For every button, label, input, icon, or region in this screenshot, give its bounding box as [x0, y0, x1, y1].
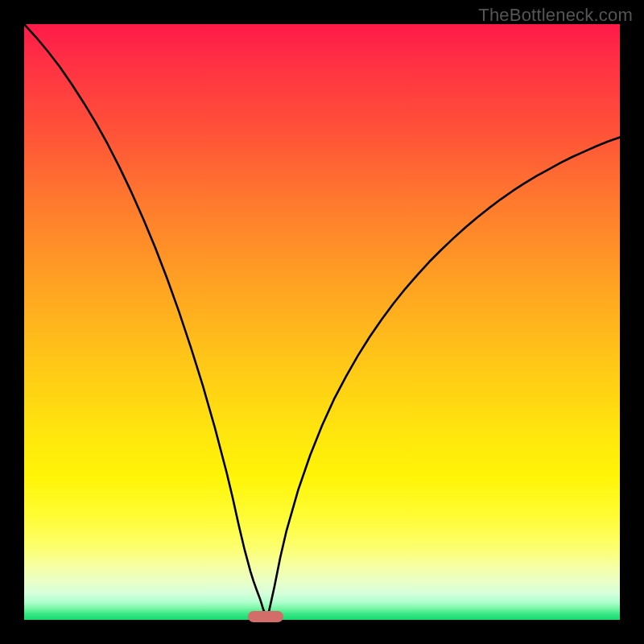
chart-frame: TheBottleneck.com	[0, 0, 644, 644]
notch-marker	[248, 611, 283, 622]
bottleneck-curve	[24, 24, 620, 614]
plot-area	[24, 24, 620, 620]
watermark-text: TheBottleneck.com	[478, 5, 633, 26]
curve-svg	[24, 24, 620, 620]
